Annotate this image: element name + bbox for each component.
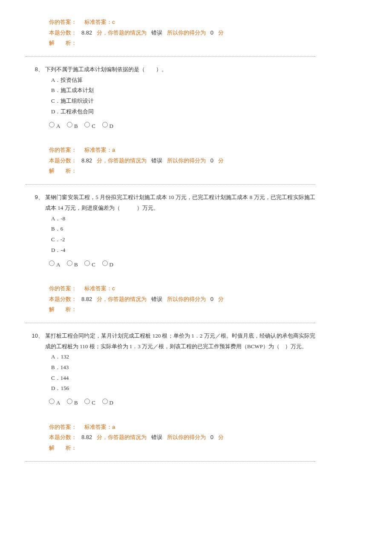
earned-score: 0	[210, 296, 213, 302]
option-c: C．施工组织设计	[51, 96, 315, 107]
question-block-8: 8、 下列不属于施工成本计划编制依据的是（ ）。 A．投资估算 B．施工成本计划…	[26, 64, 315, 185]
question-number: 10、	[26, 331, 43, 341]
question-block-10: 10、 某打桩工程合同约定，某月计划完成工程桩 120 根；单价为 1．2 万元…	[26, 331, 315, 462]
score-prefix: 本题分数：	[49, 296, 77, 302]
score-value: 8.82	[81, 434, 92, 440]
question-stem: 下列不属于施工成本计划编制依据的是（ ）。	[43, 64, 315, 75]
points-word-1: 分	[97, 29, 102, 36]
question-number: 8、	[26, 64, 43, 75]
question-header: 9、 某钢门窗安装工程，5 月份拟完工程计划施工成本 10 万元，已完工程计划施…	[26, 192, 315, 213]
question-header: 8、 下列不属于施工成本计划编制依据的是（ ）。	[26, 64, 315, 75]
radio-option-c[interactable]: C	[84, 120, 99, 130]
question-header: 10、 某打桩工程合同约定，某月计划完成工程桩 120 根；单价为 1．2 万元…	[26, 331, 315, 352]
standard-answer-value: a	[112, 147, 115, 153]
radio-option-a[interactable]: A	[49, 396, 63, 407]
option-a: A．132	[51, 352, 315, 362]
score-value: 8.82	[81, 157, 92, 164]
option-b: B．6	[51, 224, 315, 234]
option-c: C．144	[51, 373, 315, 384]
option-a: A．-8	[51, 214, 315, 224]
so-score-prefix: 所以你的得分为	[167, 434, 206, 440]
question-stem: 某打桩工程合同约定，某月计划完成工程桩 120 根；单价为 1．2 万元／根。时…	[43, 331, 315, 352]
analysis-label: 解 析：	[49, 306, 77, 312]
radio-row: A B C D	[26, 258, 315, 269]
previous-question-feedback: 你的答案： 标准答案：c 本题分数： 8.82 分，你答题的情况为 错误 所以你…	[26, 17, 315, 57]
radio-option-b[interactable]: B	[67, 120, 81, 130]
answer-line: 你的答案： 标准答案：a	[49, 145, 315, 156]
answer-line: 你的答案： 标准答案：a	[49, 422, 315, 433]
feedback-section: 你的答案： 标准答案：a 本题分数： 8.82 分，你答题的情况为 错误 所以你…	[26, 422, 315, 454]
answer-line: 你的答案： 标准答案：c	[49, 17, 315, 28]
answer-line: 你的答案： 标准答案：c	[49, 283, 315, 294]
incorrect-word: 错误	[151, 434, 162, 440]
points-word-1: 分	[97, 434, 102, 440]
standard-answer-label: 标准答案：	[84, 424, 112, 430]
radio-option-c[interactable]: C	[84, 258, 99, 269]
radio-option-d[interactable]: D	[102, 120, 117, 130]
radio-option-b[interactable]: B	[67, 396, 81, 407]
score-line: 本题分数： 8.82 分，你答题的情况为 错误 所以你的得分为 0 分	[49, 28, 315, 38]
analysis-line: 解 析：	[49, 443, 315, 454]
feedback-section: 你的答案： 标准答案：c 本题分数： 8.82 分，你答题的情况为 错误 所以你…	[26, 283, 315, 315]
earned-score: 0	[210, 29, 213, 36]
situation-prefix: ，你答题的情况为	[102, 296, 147, 302]
option-c: C．-2	[51, 234, 315, 245]
points-word-2: 分	[218, 29, 224, 36]
analysis-label: 解 析：	[49, 40, 77, 46]
analysis-label: 解 析：	[49, 445, 77, 451]
radio-option-d[interactable]: D	[102, 396, 117, 407]
earned-score: 0	[210, 157, 213, 164]
radio-option-d[interactable]: D	[102, 258, 117, 269]
points-word-2: 分	[218, 434, 224, 440]
score-value: 8.82	[81, 29, 92, 36]
options-list: A．-8 B．6 C．-2 D．-4	[26, 214, 315, 256]
option-d: D．-4	[51, 245, 315, 256]
situation-prefix: ，你答题的情况为	[102, 29, 147, 36]
situation-prefix: ，你答题的情况为	[102, 434, 147, 440]
radio-option-b[interactable]: B	[67, 258, 81, 269]
score-value: 8.82	[81, 296, 92, 302]
score-line: 本题分数： 8.82 分，你答题的情况为 错误 所以你的得分为 0 分	[49, 432, 315, 443]
option-b: B．143	[51, 362, 315, 373]
your-answer-label: 你的答案：	[49, 285, 77, 292]
feedback-section: 你的答案： 标准答案：a 本题分数： 8.82 分，你答题的情况为 错误 所以你…	[26, 145, 315, 176]
question-stem: 某钢门窗安装工程，5 月份拟完工程计划施工成本 10 万元，已完工程计划施工成本…	[43, 192, 315, 213]
score-prefix: 本题分数：	[49, 434, 77, 440]
option-a: A．投资估算	[51, 75, 315, 86]
radio-row: A B C D	[26, 120, 315, 130]
question-number: 9、	[26, 192, 43, 203]
option-d: D．工程承包合同	[51, 107, 315, 117]
options-list: A．投资估算 B．施工成本计划 C．施工组织设计 D．工程承包合同	[26, 75, 315, 117]
standard-answer-label: 标准答案：	[84, 285, 112, 292]
radio-option-c[interactable]: C	[84, 396, 99, 407]
incorrect-word: 错误	[151, 296, 162, 302]
points-word-1: 分	[97, 296, 102, 302]
earned-score: 0	[210, 434, 213, 440]
analysis-line: 解 析：	[49, 166, 315, 176]
analysis-line: 解 析：	[49, 38, 315, 49]
standard-answer-value: c	[112, 285, 115, 292]
your-answer-label: 你的答案：	[49, 19, 77, 25]
option-d: D．156	[51, 383, 315, 394]
points-word-2: 分	[218, 296, 224, 302]
options-list: A．132 B．143 C．144 D．156	[26, 352, 315, 394]
standard-answer-value: a	[112, 424, 115, 430]
incorrect-word: 错误	[151, 29, 162, 36]
standard-answer-label: 标准答案：	[84, 19, 112, 25]
points-word-2: 分	[218, 157, 224, 164]
standard-answer-value: c	[112, 19, 115, 25]
score-prefix: 本题分数：	[49, 29, 77, 36]
analysis-line: 解 析：	[49, 304, 315, 315]
question-block-9: 9、 某钢门窗安装工程，5 月份拟完工程计划施工成本 10 万元，已完工程计划施…	[26, 192, 315, 323]
situation-prefix: ，你答题的情况为	[102, 157, 147, 164]
so-score-prefix: 所以你的得分为	[167, 29, 206, 36]
feedback-section: 你的答案： 标准答案：c 本题分数： 8.82 分，你答题的情况为 错误 所以你…	[26, 17, 315, 49]
so-score-prefix: 所以你的得分为	[167, 157, 206, 164]
your-answer-label: 你的答案：	[49, 147, 77, 153]
standard-answer-label: 标准答案：	[84, 147, 112, 153]
so-score-prefix: 所以你的得分为	[167, 296, 206, 302]
option-b: B．施工成本计划	[51, 85, 315, 96]
radio-option-a[interactable]: A	[49, 120, 63, 130]
score-line: 本题分数： 8.82 分，你答题的情况为 错误 所以你的得分为 0 分	[49, 294, 315, 305]
radio-option-a[interactable]: A	[49, 258, 63, 269]
